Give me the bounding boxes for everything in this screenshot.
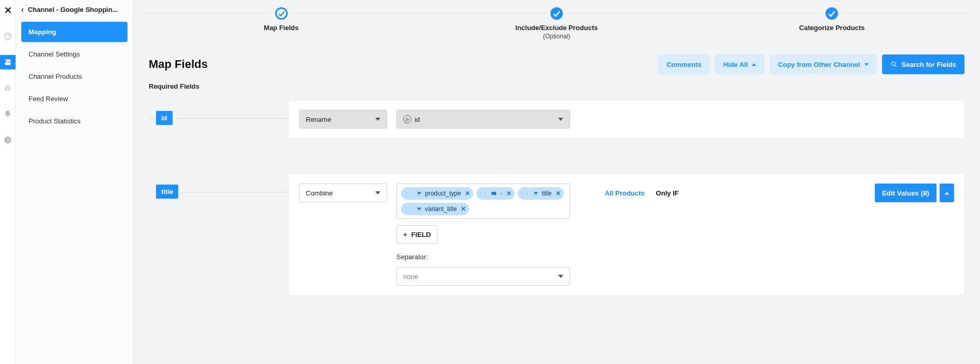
chip-label: - bbox=[500, 190, 502, 197]
step-include-exclude[interactable]: Include/Exclude Products (Optional) bbox=[419, 5, 694, 40]
dashboard-icon[interactable] bbox=[0, 29, 16, 44]
operation-select[interactable]: Combine bbox=[299, 184, 387, 202]
field-card: Combine ⋮⋮ product_type ✕ ⋮⋮ bbox=[289, 174, 964, 295]
chip-title[interactable]: ⋮⋮ title ✕ bbox=[518, 187, 564, 200]
chevron-down-icon bbox=[558, 275, 563, 278]
check-icon bbox=[826, 7, 838, 20]
svg-point-11 bbox=[420, 211, 421, 212]
field-card: Rename fxid bbox=[289, 101, 964, 138]
back-icon[interactable]: ‹ bbox=[21, 5, 24, 13]
side-nav-header: ‹ Channel - Google Shoppin... bbox=[16, 0, 133, 19]
field-rows: id Rename fxid title bbox=[133, 101, 980, 331]
field-head: id bbox=[149, 101, 289, 125]
separator-label: Separator: bbox=[396, 253, 580, 261]
settings-icon[interactable] bbox=[0, 81, 16, 95]
combine-chips[interactable]: ⋮⋮ product_type ✕ ⋮⋮ - ✕ ⋮⋮ bbox=[396, 184, 570, 219]
comments-button[interactable]: Comments bbox=[658, 54, 709, 74]
fx-icon: fx bbox=[403, 115, 411, 123]
help-icon[interactable]: ? bbox=[0, 133, 16, 147]
chevron-down-icon bbox=[558, 118, 563, 121]
svg-point-8 bbox=[534, 195, 535, 196]
svg-line-4 bbox=[894, 65, 896, 67]
remove-icon[interactable]: ✕ bbox=[465, 190, 470, 197]
field-row-title: title Combine ⋮⋮ product_type bbox=[149, 174, 964, 295]
cart-icon bbox=[532, 190, 538, 197]
chip-product-type[interactable]: ⋮⋮ product_type ✕ bbox=[401, 187, 473, 200]
svg-rect-7 bbox=[492, 192, 496, 195]
copy-channel-button[interactable]: Copy from Other Channel bbox=[770, 54, 876, 74]
svg-point-3 bbox=[891, 62, 895, 65]
tab-only-if[interactable]: Only IF bbox=[656, 189, 679, 197]
grip-icon: ⋮⋮ bbox=[478, 191, 488, 197]
operation-select[interactable]: Rename bbox=[299, 110, 387, 129]
chip-variant-title[interactable]: ⋮⋮ variant_title ✕ bbox=[401, 203, 469, 215]
separator-select[interactable]: none bbox=[396, 267, 570, 286]
main: Map Fields Include/Exclude Products (Opt… bbox=[133, 0, 980, 364]
store-icon[interactable] bbox=[0, 55, 16, 69]
separator-value: none bbox=[403, 273, 418, 281]
search-icon bbox=[890, 61, 898, 68]
edit-values-button[interactable]: Edit Values (8) bbox=[875, 184, 936, 202]
svg-point-9 bbox=[536, 195, 537, 196]
cart-icon bbox=[416, 206, 422, 212]
hide-all-button[interactable]: Hide All bbox=[715, 54, 764, 74]
close-icon[interactable]: ✕ bbox=[0, 3, 16, 18]
step-label: Include/Exclude Products bbox=[516, 24, 598, 32]
chevron-down-icon bbox=[375, 191, 380, 194]
remove-icon[interactable]: ✕ bbox=[506, 190, 512, 197]
edit-values-toggle[interactable] bbox=[940, 184, 954, 202]
nav-list: Mapping Channel Settings Channel Product… bbox=[16, 19, 133, 136]
page-header: Map Fields Comments Hide All Copy from O… bbox=[133, 40, 980, 79]
check-icon bbox=[550, 7, 563, 20]
field-head: title bbox=[149, 174, 289, 199]
step-categorize[interactable]: Categorize Products bbox=[694, 5, 970, 32]
cart-icon bbox=[416, 190, 422, 197]
text-icon bbox=[491, 190, 497, 197]
svg-point-6 bbox=[420, 195, 421, 196]
svg-point-5 bbox=[418, 195, 419, 196]
search-fields-button[interactable]: Search for Fields bbox=[882, 54, 964, 74]
edit-values-group: Edit Values (8) bbox=[875, 184, 954, 202]
nav-item-mapping[interactable]: Mapping bbox=[21, 22, 127, 42]
nav-item-channel-products[interactable]: Channel Products bbox=[21, 66, 127, 87]
chevron-down-icon bbox=[864, 63, 869, 66]
chip-label: variant_title bbox=[425, 205, 457, 213]
remove-icon[interactable]: ✕ bbox=[461, 205, 466, 213]
step-label: Categorize Products bbox=[799, 24, 864, 32]
nav-item-product-statistics[interactable]: Product Statistics bbox=[21, 111, 127, 131]
chip-label: product_type bbox=[425, 190, 461, 197]
plus-icon: + bbox=[403, 231, 407, 239]
remove-icon[interactable]: ✕ bbox=[556, 190, 561, 197]
add-field-button[interactable]: + FIELD bbox=[396, 225, 437, 244]
side-nav: ‹ Channel - Google Shoppin... Mapping Ch… bbox=[16, 0, 133, 364]
chevron-down-icon bbox=[375, 118, 380, 121]
nav-item-channel-settings[interactable]: Channel Settings bbox=[21, 44, 127, 64]
chip-dash[interactable]: ⋮⋮ - ✕ bbox=[476, 187, 515, 200]
page-title: Map Fields bbox=[149, 58, 208, 71]
chevron-up-icon bbox=[752, 63, 756, 66]
svg-point-10 bbox=[418, 211, 419, 212]
notifications-icon[interactable] bbox=[0, 107, 16, 121]
step-sublabel: (Optional) bbox=[543, 33, 571, 40]
field-tag: title bbox=[156, 185, 178, 199]
step-map-fields[interactable]: Map Fields bbox=[144, 5, 419, 32]
condition-tabs: All Products Only IF bbox=[605, 184, 875, 202]
nav-item-feed-review[interactable]: Feed Review bbox=[21, 89, 127, 109]
operation-value: Combine bbox=[306, 189, 333, 197]
icon-rail: ✕ ? bbox=[0, 0, 16, 364]
grip-icon: ⋮⋮ bbox=[520, 191, 529, 197]
grip-icon: ⋮⋮ bbox=[403, 206, 413, 212]
grip-icon: ⋮⋮ bbox=[403, 191, 413, 197]
field-row-id: id Rename fxid bbox=[149, 101, 964, 138]
chevron-up-icon bbox=[945, 192, 949, 194]
source-value: id bbox=[415, 116, 420, 123]
row-right: All Products Only IF Edit Values (8) bbox=[589, 184, 954, 202]
source-select[interactable]: fxid bbox=[396, 110, 570, 129]
tab-all-products[interactable]: All Products bbox=[605, 189, 645, 197]
chip-label: title bbox=[542, 190, 551, 197]
check-icon bbox=[275, 7, 288, 20]
operation-value: Rename bbox=[306, 116, 331, 123]
action-bar: Comments Hide All Copy from Other Channe… bbox=[658, 54, 964, 74]
required-fields-heading: Required Fields bbox=[133, 79, 980, 101]
field-tag: id bbox=[156, 111, 173, 125]
